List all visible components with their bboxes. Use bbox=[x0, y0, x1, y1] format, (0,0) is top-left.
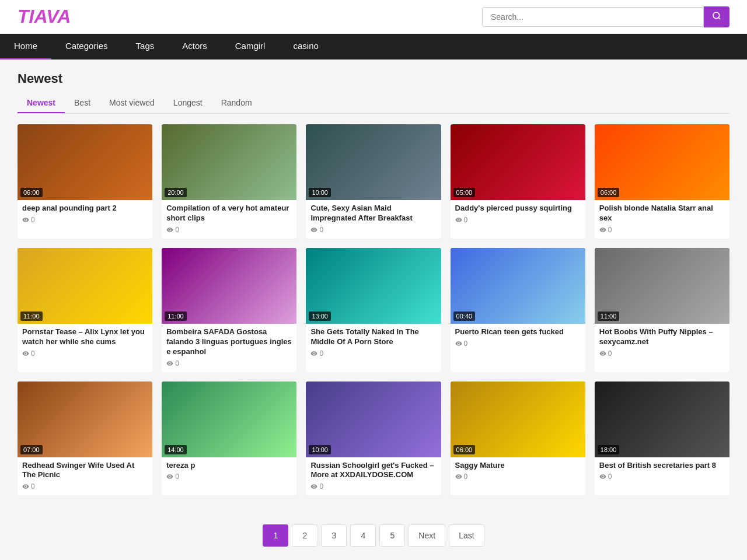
video-title: Polish blonde Natalia Starr anal sex bbox=[599, 204, 725, 223]
video-card[interactable]: 06:00 Polish blonde Natalia Starr anal s… bbox=[595, 124, 729, 239]
main-content: Newest Newest Best Most viewed Longest R… bbox=[0, 60, 747, 560]
page-5[interactable]: 5 bbox=[379, 524, 405, 547]
nav-camgirl[interactable]: Camgirl bbox=[221, 34, 280, 60]
video-card[interactable]: 10:00 Russian Schoolgirl get's Fucked – … bbox=[306, 382, 441, 496]
duration-badge: 05:00 bbox=[453, 188, 476, 197]
nav-casino[interactable]: casino bbox=[279, 34, 332, 60]
video-views: 0 bbox=[310, 226, 436, 234]
duration-badge: 10:00 bbox=[309, 445, 331, 454]
search-bar bbox=[482, 6, 729, 27]
video-views: 0 bbox=[599, 473, 725, 481]
page-3[interactable]: 3 bbox=[321, 524, 347, 547]
video-card[interactable]: 06:00 Saggy Mature 0 bbox=[451, 382, 585, 496]
video-card[interactable]: 05:00 Daddy's pierced pussy squirting 0 bbox=[451, 124, 585, 239]
svg-point-0 bbox=[713, 12, 720, 19]
video-views: 0 bbox=[166, 359, 292, 368]
video-card[interactable]: 10:00 Cute, Sexy Asian Maid Impregnated … bbox=[306, 124, 441, 239]
video-title: She Gets Totally Naked In The Middle Of … bbox=[310, 327, 436, 347]
video-views: 0 bbox=[166, 473, 292, 481]
video-card[interactable]: 11:00 Hot Boobs With Puffy Nipples – sex… bbox=[595, 248, 729, 372]
tab-random[interactable]: Random bbox=[212, 93, 261, 113]
section-title: Newest bbox=[18, 71, 729, 86]
duration-badge: 00:40 bbox=[453, 312, 476, 321]
page-4[interactable]: 4 bbox=[350, 524, 376, 547]
video-views: 0 bbox=[455, 340, 581, 348]
video-title: deep anal pounding part 2 bbox=[22, 204, 148, 214]
duration-badge: 06:00 bbox=[598, 188, 620, 197]
video-views: 0 bbox=[22, 349, 148, 358]
main-nav: Home Categories Tags Actors Camgirl casi… bbox=[0, 34, 747, 60]
nav-categories[interactable]: Categories bbox=[51, 34, 122, 60]
nav-home[interactable]: Home bbox=[0, 34, 51, 60]
duration-badge: 10:00 bbox=[309, 188, 331, 197]
page-next[interactable]: Next bbox=[409, 524, 445, 547]
video-title: Pornstar Tease – Alix Lynx let you watch… bbox=[22, 327, 148, 347]
search-input[interactable] bbox=[482, 7, 704, 27]
tab-best[interactable]: Best bbox=[65, 93, 100, 113]
nav-actors[interactable]: Actors bbox=[168, 34, 221, 60]
tab-most-viewed[interactable]: Most viewed bbox=[100, 93, 164, 113]
video-views: 0 bbox=[455, 473, 581, 481]
filter-tabs: Newest Best Most viewed Longest Random bbox=[18, 93, 729, 114]
video-card[interactable]: 06:00 deep anal pounding part 2 0 bbox=[18, 124, 152, 239]
search-button[interactable] bbox=[704, 6, 729, 27]
video-title: Puerto Rican teen gets fucked bbox=[455, 327, 581, 337]
video-card[interactable]: 20:00 Compilation of a very hot amateur … bbox=[162, 124, 296, 239]
duration-badge: 13:00 bbox=[309, 312, 331, 321]
video-views: 0 bbox=[22, 482, 148, 491]
duration-badge: 11:00 bbox=[20, 312, 43, 321]
video-card[interactable]: 14:00 tereza p 0 bbox=[162, 382, 296, 496]
header: TIAVA bbox=[0, 0, 747, 34]
duration-badge: 07:00 bbox=[20, 445, 43, 454]
tab-newest[interactable]: Newest bbox=[18, 93, 65, 113]
video-title: Cute, Sexy Asian Maid Impregnated After … bbox=[310, 204, 436, 223]
video-title: Saggy Mature bbox=[455, 461, 581, 471]
tab-longest[interactable]: Longest bbox=[164, 93, 212, 113]
video-card[interactable]: 18:00 Best of British secretaries part 8… bbox=[595, 382, 729, 496]
video-views: 0 bbox=[22, 216, 148, 224]
video-card[interactable]: 07:00 Redhead Swinger Wife Used At The P… bbox=[18, 382, 152, 496]
video-title: Redhead Swinger Wife Used At The Picnic bbox=[22, 461, 148, 481]
duration-badge: 11:00 bbox=[165, 312, 187, 321]
video-title: Compilation of a very hot amateur short … bbox=[166, 204, 292, 223]
svg-line-1 bbox=[718, 18, 720, 19]
duration-badge: 18:00 bbox=[598, 445, 620, 454]
video-title: Daddy's pierced pussy squirting bbox=[455, 204, 581, 214]
pagination: 1 2 3 4 5 Next Last bbox=[18, 513, 729, 560]
video-card[interactable]: 11:00 Bombeira SAFADA Gostosa falando 3 … bbox=[162, 248, 296, 372]
video-views: 0 bbox=[599, 226, 725, 234]
video-views: 0 bbox=[166, 226, 292, 234]
video-title: tereza p bbox=[166, 461, 292, 471]
video-grid: 06:00 deep anal pounding part 2 0 20:00 … bbox=[18, 124, 729, 495]
duration-badge: 11:00 bbox=[598, 312, 620, 321]
page-last[interactable]: Last bbox=[449, 524, 484, 547]
video-title: Bombeira SAFADA Gostosa falando 3 lingua… bbox=[166, 327, 292, 357]
video-views: 0 bbox=[310, 349, 436, 358]
video-card[interactable]: 00:40 Puerto Rican teen gets fucked 0 bbox=[451, 248, 585, 372]
video-views: 0 bbox=[599, 349, 725, 358]
duration-badge: 14:00 bbox=[165, 445, 187, 454]
duration-badge: 06:00 bbox=[20, 188, 43, 197]
video-card[interactable]: 11:00 Pornstar Tease – Alix Lynx let you… bbox=[18, 248, 152, 372]
nav-tags[interactable]: Tags bbox=[122, 34, 169, 60]
video-views: 0 bbox=[455, 216, 581, 224]
page-2[interactable]: 2 bbox=[292, 524, 317, 547]
video-card[interactable]: 13:00 She Gets Totally Naked In The Midd… bbox=[306, 248, 441, 372]
video-views: 0 bbox=[310, 482, 436, 491]
page-1[interactable]: 1 bbox=[263, 524, 288, 547]
logo: TIAVA bbox=[18, 6, 71, 27]
video-title: Hot Boobs With Puffy Nipples – sexycamz.… bbox=[599, 327, 725, 347]
video-title: Best of British secretaries part 8 bbox=[599, 461, 725, 471]
duration-badge: 20:00 bbox=[165, 188, 187, 197]
video-title: Russian Schoolgirl get's Fucked – More a… bbox=[310, 461, 436, 481]
duration-badge: 06:00 bbox=[453, 445, 476, 454]
